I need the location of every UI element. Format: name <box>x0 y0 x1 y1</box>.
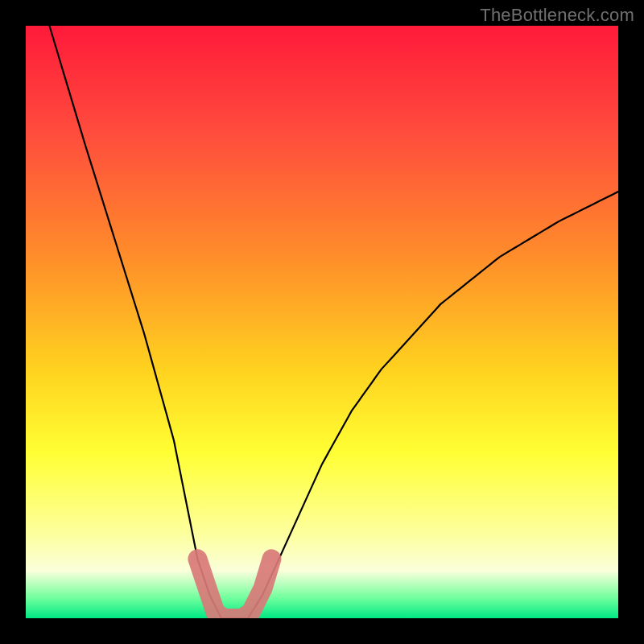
plot-area <box>26 26 618 618</box>
watermark-label: TheBottleneck.com <box>480 5 634 26</box>
gradient-background <box>26 26 618 618</box>
chart-outer-frame: TheBottleneck.com <box>0 0 644 644</box>
bottleneck-chart <box>26 26 618 618</box>
